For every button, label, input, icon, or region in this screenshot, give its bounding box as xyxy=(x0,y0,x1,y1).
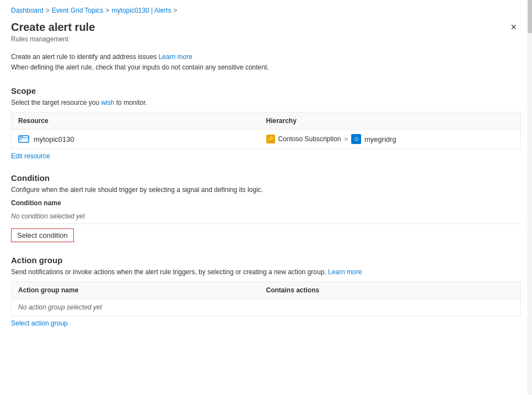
action-group-title: Action group xyxy=(11,255,521,265)
breadcrumb-sep-1: > xyxy=(46,7,50,14)
scope-title: Scope xyxy=(11,86,521,95)
scrollbar[interactable] xyxy=(528,0,532,395)
breadcrumb-alerts[interactable]: mytopic0130 | Alerts xyxy=(112,7,171,14)
hierarchy-cell: 🔑 Contoso Subscription > ⬡ myegridrg xyxy=(266,134,514,144)
resource-cell: mytopic0130 xyxy=(18,135,266,143)
rg-name: myegridrg xyxy=(364,135,396,143)
resource-icon xyxy=(18,135,29,143)
contains-actions-col: Contains actions xyxy=(266,286,514,294)
close-button[interactable]: × xyxy=(506,20,521,34)
info-line2: When defining the alert rule, check that… xyxy=(11,63,269,71)
scroll-thumb[interactable] xyxy=(528,0,532,33)
action-group-section: Action group Send notifications or invok… xyxy=(11,255,521,327)
edit-resource-link[interactable]: Edit resource xyxy=(11,152,50,160)
action-group-name-col: Action group name xyxy=(18,286,266,294)
breadcrumb-sep-3: > xyxy=(173,7,177,14)
hierarchy-col-header: Hierarchy xyxy=(266,117,514,125)
resource-name: mytopic0130 xyxy=(34,135,74,143)
action-group-table: Action group name Contains actions No ac… xyxy=(11,281,521,316)
resource-col-header: Resource xyxy=(18,117,266,125)
page-wrapper: Dashboard > Event Grid Topics > mytopic0… xyxy=(0,0,532,395)
condition-no-selection: No condition selected yet xyxy=(11,209,521,224)
scope-table-row: mytopic0130 🔑 Contoso Subscription > ⬡ m xyxy=(12,130,520,148)
hierarchy-arrow-icon: > xyxy=(345,136,348,142)
rg-icon: ⬡ xyxy=(351,134,361,144)
breadcrumb-dashboard[interactable]: Dashboard xyxy=(11,7,44,14)
main-content: Create alert rule Rules management × Cre… xyxy=(0,18,532,395)
select-action-group-link[interactable]: Select action group xyxy=(11,319,68,327)
scope-desc: Select the target resource you wish to m… xyxy=(11,99,521,106)
condition-name-label: Condition name xyxy=(11,199,521,207)
svg-rect-2 xyxy=(20,139,22,140)
breadcrumb: Dashboard > Event Grid Topics > mytopic0… xyxy=(0,0,532,18)
page-subtitle: Rules management xyxy=(11,35,95,43)
breadcrumb-event-grid[interactable]: Event Grid Topics xyxy=(52,7,104,14)
action-group-no-selection: No action group selected yet xyxy=(18,303,514,311)
svg-text:⬡: ⬡ xyxy=(354,137,358,142)
header-row: Create alert rule Rules management × xyxy=(11,18,521,43)
scope-section: Scope Select the target resource you wis… xyxy=(11,86,521,160)
key-icon: 🔑 xyxy=(266,135,275,143)
header-text: Create alert rule Rules management xyxy=(11,20,95,43)
condition-section: Condition Configure when the alert rule … xyxy=(11,173,521,242)
info-box: Create an alert rule to identify and add… xyxy=(11,52,521,73)
wish-link[interactable]: wish xyxy=(101,99,114,106)
action-group-table-row: No action group selected yet xyxy=(12,299,520,316)
action-group-table-header: Action group name Contains actions xyxy=(12,282,520,299)
action-group-learn-more[interactable]: Learn more xyxy=(328,268,362,276)
scope-table-header: Resource Hierarchy xyxy=(12,113,520,130)
page-title: Create alert rule xyxy=(11,20,95,34)
info-line1: Create an alert rule to identify and add… xyxy=(11,53,192,61)
action-group-desc: Send notifications or invoke actions whe… xyxy=(11,268,521,276)
svg-rect-3 xyxy=(20,136,23,137)
learn-more-link[interactable]: Learn more xyxy=(158,53,192,61)
condition-desc: Configure when the alert rule should tri… xyxy=(11,186,521,194)
breadcrumb-sep-2: > xyxy=(106,7,110,14)
select-condition-button[interactable]: Select condition xyxy=(11,228,74,242)
subscription-label: Contoso Subscription xyxy=(278,135,341,143)
scope-table: Resource Hierarchy mytopi xyxy=(11,112,521,149)
condition-title: Condition xyxy=(11,173,521,183)
